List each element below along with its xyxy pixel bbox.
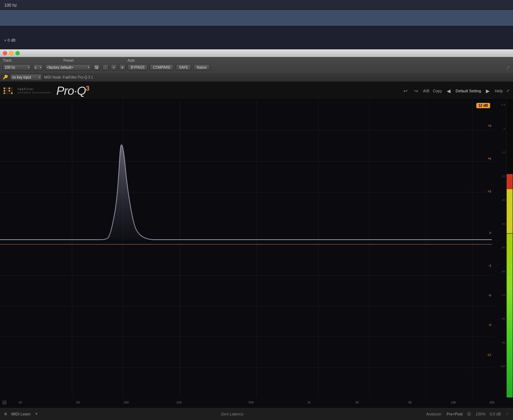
analyzer-value[interactable]: Pre+Post [446, 412, 463, 416]
preset-copy-icon: ⊕ [121, 66, 124, 69]
db-num-minus10: -10 [501, 151, 505, 154]
daw-ruler [0, 0, 513, 10]
undo-button[interactable]: ↩ [402, 88, 409, 94]
redo-icon: ↪ [414, 88, 418, 94]
preset-nav-left[interactable]: ◀ [445, 88, 452, 94]
native-btn[interactable]: Native [193, 64, 210, 70]
preset-minus-text: - [105, 66, 106, 69]
midi-learn-btn[interactable]: MIDI Learn [11, 412, 30, 416]
preset-save-btn[interactable]: 🖫 [93, 64, 100, 70]
latency-status: Zero Latency [42, 412, 422, 416]
freq-label-10k: 10k [451, 401, 456, 404]
db-num-minus80: -80 [501, 317, 505, 320]
key-input-row: 🔑 no key input ▾ MIDI Node: FabFilter Pr… [0, 73, 513, 82]
logo-pip [11, 87, 13, 89]
meter-yellow [507, 189, 513, 234]
status-bar: MIDI Learn ▼ Zero Latency Analyzer: Pre+… [0, 407, 513, 420]
meter-tick [506, 233, 513, 234]
logo-pip [4, 92, 5, 94]
nav-left-icon: ◀ [447, 88, 451, 94]
freq-label-5k: 5k [408, 401, 412, 404]
key-input-dropdown[interactable]: no key input ▾ [10, 74, 42, 80]
ff-logo-area: fabfilter software instruments [4, 87, 51, 94]
safe-btn[interactable]: SAFE [176, 64, 191, 70]
db-num-minus40: -40 [501, 222, 505, 226]
db-num-minus100: -100 [500, 365, 505, 368]
track-key-dropdown[interactable]: c ▾ [33, 64, 43, 70]
freq-label-500: 500 [248, 401, 254, 404]
track-dropdown-arrow: ▾ [28, 66, 29, 69]
daw-track-body [0, 10, 513, 26]
key-input-text: no key input [12, 75, 31, 79]
preset-plus-text: + [113, 66, 115, 69]
freq-label-20k: 20k [489, 401, 495, 404]
nav-right-icon: ▶ [486, 88, 490, 94]
track-dropdown[interactable]: 100 hz ▾ [3, 64, 31, 70]
ff-brand-sub: software instruments [18, 91, 51, 94]
native-text: Native [197, 66, 206, 69]
logo-pip [11, 92, 13, 94]
bypass-btn[interactable]: BYPASS [128, 64, 148, 70]
copy-button[interactable]: Copy [433, 89, 442, 93]
help-text: Help [495, 89, 503, 93]
maximize-button[interactable] [16, 51, 20, 55]
db-num-minus70: -70 [501, 294, 505, 297]
ff-product-logo: Pro·Q3 [56, 84, 89, 98]
plugin-window: Track Preset Auto 100 hz ▾ c ▾ <factory … [0, 49, 513, 420]
ab-text: A/B [423, 89, 429, 93]
track-label: Track [3, 58, 17, 62]
resize-icon[interactable]: ⤢ [505, 412, 509, 416]
db-num-0: 0 [504, 127, 505, 130]
eq-curve-svg [0, 100, 492, 397]
track-key-text: c [35, 66, 37, 69]
ff-header: fabfilter software instruments Pro·Q3 ↩ … [0, 82, 513, 100]
ff-brand-text: fabfilter software instruments [18, 87, 51, 94]
window-expand-btn[interactable]: ⤢ [506, 64, 510, 70]
ab-button[interactable]: A/B [423, 89, 429, 93]
logo-pip [6, 87, 8, 89]
preset-label: Preset [63, 58, 78, 62]
key-input-arrow: ▾ [39, 76, 40, 79]
compare-text: COMPARE [153, 66, 171, 69]
key-icon: 🔑 [3, 75, 8, 80]
preset-minus-btn[interactable]: - [102, 64, 109, 70]
level-meter [506, 100, 513, 397]
logo-pip [6, 90, 8, 92]
preset-dropdown[interactable]: <factory default> ▾ [45, 64, 91, 70]
db-num-minus30: -30 [501, 198, 505, 202]
compare-btn[interactable]: COMPARE [150, 64, 174, 70]
undo-icon: ↩ [403, 88, 408, 94]
ff-logo-grid [4, 87, 13, 94]
midi-node-label: MIDI Node: FabFilter Pro-Q 3 1 [44, 75, 93, 79]
freq-label-100: 100 [123, 401, 129, 404]
minimize-button[interactable] [9, 51, 13, 55]
redo-button[interactable]: ↪ [413, 88, 420, 94]
preset-copy-btn[interactable]: ⊕ [119, 64, 125, 70]
preset-nav-right[interactable]: ▶ [484, 88, 491, 94]
db-num-minus60: -60 [501, 270, 505, 273]
copy-text: Copy [433, 89, 442, 93]
settings-icon[interactable]: ⚙ [467, 411, 471, 417]
safe-text: SAFE [179, 66, 188, 69]
ff-brand-name: fabfilter [18, 87, 51, 91]
bypass-text: BYPASS [131, 66, 144, 69]
help-button[interactable]: Help [495, 89, 503, 93]
db-num-minus50: -50 [501, 246, 505, 249]
fullscreen-button[interactable]: ⤢ [506, 88, 509, 93]
logo-pip [8, 92, 10, 94]
spectrum-icon[interactable]: ▤ [2, 399, 7, 405]
logo-pip [11, 90, 13, 92]
preset-name-text: <factory default> [47, 66, 73, 69]
close-button[interactable] [3, 51, 7, 55]
logo-pip [4, 90, 5, 92]
title-bar [0, 49, 513, 57]
midi-learn-chevron[interactable]: ▼ [35, 412, 38, 416]
eq-section[interactable]: 12 dB [0, 100, 513, 407]
preset-plus-btn[interactable]: + [111, 64, 117, 70]
freq-label-50: 50 [76, 401, 80, 404]
preset-save-icon: 🖫 [95, 66, 98, 69]
auto-label: Auto [128, 58, 142, 62]
output-gain-label: 0.0 dB [490, 412, 501, 416]
preset-display-name: Default Setting [456, 89, 481, 93]
meter-green [507, 234, 513, 397]
